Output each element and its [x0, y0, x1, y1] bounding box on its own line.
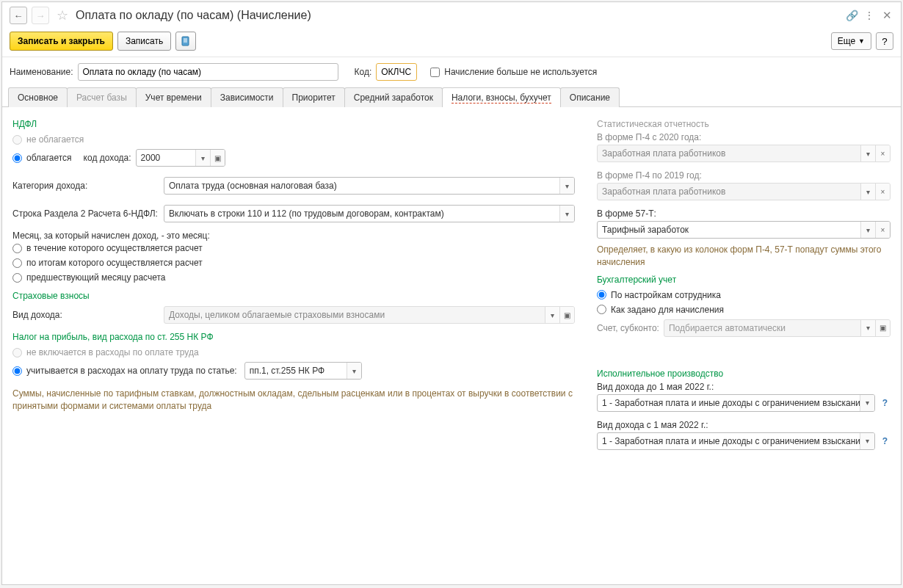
tab-priority[interactable]: Приоритет: [283, 87, 345, 107]
content-area: НДФЛ не облагается облагается код дохода…: [2, 107, 901, 584]
chevron-down-icon[interactable]: ▾: [195, 150, 210, 166]
accounting-title: Бухгалтерский учет: [597, 275, 891, 285]
radio-profit-included[interactable]: [12, 366, 22, 376]
open-icon: ▣: [559, 307, 574, 323]
ndfl-taxed-label: облагается: [26, 153, 72, 163]
open-icon[interactable]: ▣: [210, 150, 225, 166]
exec-before-combo[interactable]: 1 - Заработная плата и иные доходы с огр…: [597, 394, 875, 412]
archived-checkbox[interactable]: [430, 68, 440, 77]
nav-back-button[interactable]: ←: [10, 7, 27, 24]
month-label: Месяц, за который начислен доход, - это …: [12, 231, 575, 241]
tab-time[interactable]: Учет времени: [136, 87, 211, 107]
income-type-label: Вид дохода:: [12, 310, 159, 320]
executive-title: Исполнительное производство: [597, 369, 891, 379]
code-label: Код:: [355, 67, 372, 77]
stats-note: Определяет, в какую из колонок форм П-4,…: [597, 244, 891, 269]
tab-deps[interactable]: Зависимости: [211, 87, 283, 107]
row-6ndfl-combo[interactable]: Включать в строки 110 и 112 (по трудовым…: [164, 205, 575, 222]
chevron-down-icon: ▾: [545, 307, 559, 323]
link-icon[interactable]: 🔗: [845, 9, 858, 22]
favorite-icon[interactable]: ☆: [57, 7, 68, 23]
f57t-combo[interactable]: Тарифный заработок ▾ ×: [597, 221, 891, 239]
window-title: Оплата по окладу (по часам) (Начисление): [76, 9, 841, 22]
left-column: НДФЛ не облагается облагается код дохода…: [12, 115, 575, 577]
radio-acct-as-set[interactable]: [597, 305, 606, 314]
radio-profit-not-included: [12, 348, 22, 357]
chevron-down-icon: ▾: [860, 320, 875, 336]
header-bar: ← → ☆ Оплата по окладу (по часам) (Начис…: [2, 2, 901, 29]
exec-after-combo[interactable]: 1 - Заработная плата и иные доходы с огр…: [597, 432, 875, 450]
stats-title: Статистическая отчетность: [597, 119, 891, 129]
document-icon-button[interactable]: [175, 32, 196, 51]
tab-avg[interactable]: Средний заработок: [344, 87, 443, 107]
chevron-down-icon[interactable]: ▾: [860, 222, 875, 238]
tab-desc[interactable]: Описание: [560, 87, 620, 107]
tab-taxes[interactable]: Налоги, взносы, бухучет: [442, 87, 561, 107]
income-code-combo[interactable]: 2000 ▾ ▣: [136, 149, 225, 167]
nav-forward-button[interactable]: →: [32, 7, 49, 24]
kebab-menu-icon[interactable]: ⋮: [863, 9, 876, 22]
tabs: Основное Расчет базы Учет времени Зависи…: [2, 87, 901, 107]
exec-before-label: Вид дохода до 1 мая 2022 г.:: [597, 382, 891, 392]
code-input[interactable]: [376, 63, 417, 81]
radio-month-after[interactable]: [12, 258, 22, 268]
chevron-down-icon[interactable]: ▾: [559, 178, 574, 194]
p4-2019-label: В форме П-4 по 2019 год:: [597, 170, 891, 181]
tab-main[interactable]: Основное: [8, 87, 68, 107]
insurance-title: Страховые взносы: [12, 291, 575, 301]
save-button[interactable]: Записать: [117, 32, 171, 51]
clear-icon: ×: [875, 145, 890, 161]
income-type-combo: Доходы, целиком облагаемые страховыми вз…: [164, 306, 575, 324]
income-category-combo[interactable]: Оплата труда (основная налоговая база) ▾: [164, 177, 575, 195]
name-code-row: Наименование: Код: Начисление больше не …: [2, 57, 901, 87]
profit-tax-title: Налог на прибыль, вид расхода по ст. 255…: [12, 332, 575, 342]
svg-rect-0: [182, 37, 189, 46]
article-combo[interactable]: пп.1, ст.255 НК РФ ▾: [244, 362, 362, 380]
tab-calc-base[interactable]: Расчет базы: [67, 87, 137, 107]
right-column: Статистическая отчетность В форме П-4 с …: [597, 115, 891, 577]
p4-2020-label: В форме П-4 с 2020 года:: [597, 132, 891, 142]
profit-tax-note: Суммы, начисленные по тарифным ставкам, …: [12, 388, 575, 413]
row-6ndfl-label: Строка Раздела 2 Расчета 6-НДФЛ:: [12, 208, 159, 219]
p4-2019-combo: Заработная плата работников ▾ ×: [597, 183, 891, 200]
close-icon[interactable]: ✕: [880, 9, 893, 22]
open-icon: ▣: [875, 320, 890, 336]
help-button[interactable]: ?: [876, 32, 893, 50]
ndfl-not-taxed-label: не облагается: [26, 134, 84, 145]
name-label: Наименование:: [10, 67, 73, 77]
toolbar: Записать и закрыть Записать Еще ▼ ?: [2, 29, 901, 57]
name-input[interactable]: [78, 63, 338, 81]
archived-label: Начисление больше не используется: [444, 67, 597, 77]
chevron-down-icon: ▾: [860, 184, 875, 200]
chevron-down-icon[interactable]: ▾: [347, 363, 361, 379]
radio-acct-employee[interactable]: [597, 290, 606, 300]
clear-icon[interactable]: ×: [875, 222, 890, 238]
clear-icon: ×: [875, 184, 890, 200]
more-button[interactable]: Еще ▼: [831, 32, 871, 50]
exec-after-label: Вид дохода с 1 мая 2022 г.:: [597, 420, 891, 430]
help-icon[interactable]: ?: [880, 398, 891, 408]
account-combo: Подбирается автоматически ▾ ▣: [664, 319, 891, 337]
account-label: Счет, субконто:: [597, 323, 659, 333]
f57t-label: В форме 57-Т:: [597, 208, 891, 219]
chevron-down-icon[interactable]: ▾: [559, 206, 574, 222]
help-icon[interactable]: ?: [880, 436, 891, 446]
p4-2020-combo: Заработная плата работников ▾ ×: [597, 145, 891, 162]
radio-month-prev[interactable]: [12, 273, 22, 283]
chevron-down-icon: ▾: [860, 145, 875, 161]
chevron-down-icon[interactable]: ▾: [860, 433, 874, 449]
ndfl-title: НДФЛ: [12, 119, 575, 129]
chevron-down-icon[interactable]: ▾: [860, 395, 874, 411]
radio-ndfl-not-taxed: [12, 135, 22, 145]
radio-month-during[interactable]: [12, 244, 22, 253]
category-label: Категория дохода:: [12, 181, 159, 191]
income-code-label: код дохода:: [84, 153, 131, 163]
save-close-button[interactable]: Записать и закрыть: [10, 32, 113, 51]
radio-ndfl-taxed[interactable]: [12, 153, 22, 163]
